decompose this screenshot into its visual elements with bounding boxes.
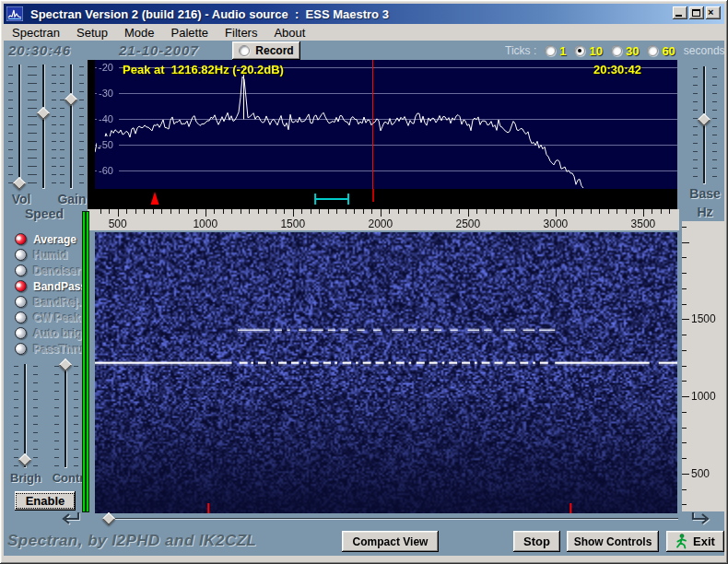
filter-label-humid: Humid — [33, 249, 67, 262]
waterfall-frequency-ruler — [682, 221, 724, 511]
brightness-label: Brigh — [7, 471, 44, 485]
maximize-icon — [692, 9, 700, 17]
minimize-button[interactable] — [673, 6, 687, 19]
running-man-icon — [675, 534, 687, 549]
bandpass-led-indicator — [15, 280, 27, 292]
spectrum-left-margin — [88, 60, 95, 189]
show-controls-button[interactable]: Show Controls — [567, 531, 659, 552]
filter-row-bandpass[interactable]: BandPass — [15, 278, 87, 294]
contrast-slider[interactable] — [54, 364, 78, 468]
close-button[interactable]: × — [706, 6, 721, 19]
ticks-group: Ticks : 1103060 seconds — [505, 43, 725, 58]
base-slider[interactable] — [693, 66, 717, 184]
ticks-label: Ticks : — [505, 44, 536, 57]
waterfall-canvas[interactable] — [95, 232, 677, 513]
ticks-option-1: 1 — [545, 44, 566, 58]
filter-row-passthru[interactable]: PassThru — [15, 341, 87, 357]
record-radio-icon — [239, 45, 250, 56]
denoiser-led-indicator — [15, 264, 27, 276]
slider-thumb[interactable] — [698, 113, 710, 126]
stop-button[interactable]: Stop — [513, 531, 560, 552]
app-window: Spectran Version 2 (build 216) - Audio s… — [0, 0, 728, 564]
title-bar[interactable]: Spectran Version 2 (build 216) - Audio s… — [4, 4, 724, 24]
filter-row-average[interactable]: Average — [15, 231, 87, 247]
close-icon: × — [708, 6, 713, 18]
brightness-slider[interactable] — [14, 364, 38, 468]
scroll-left-icon[interactable] — [58, 509, 82, 525]
maximize-button[interactable] — [689, 6, 704, 19]
filter-label-average: Average — [33, 233, 76, 246]
window-title: Spectran Version 2 (build 216) - Audio s… — [30, 7, 389, 21]
average-led-indicator — [15, 233, 27, 245]
filter-label-bandrej: BandRej. — [33, 296, 81, 309]
spectrum-canvas[interactable] — [95, 60, 677, 189]
frequency-ruler — [88, 209, 679, 230]
compact-view-label: Compact View — [353, 535, 429, 548]
filter-list: AverageHumidDenoiserBandPassBandRej.CW P… — [15, 231, 87, 357]
slider-thumb[interactable] — [65, 93, 77, 106]
slider-thumb[interactable] — [13, 177, 26, 190]
filter-label-denoiser: Denoiser — [33, 264, 80, 277]
gain-label: Gain — [53, 192, 90, 206]
record-label: Record — [255, 44, 293, 57]
ticks-radio-60[interactable] — [647, 45, 658, 56]
humid-led-indicator — [15, 249, 27, 261]
filter-row-denoiser[interactable]: Denoiser — [15, 263, 87, 278]
gain-slider[interactable] — [60, 65, 84, 189]
level-bar — [82, 211, 89, 512]
vol-label: Vol — [6, 192, 37, 206]
speed-slider[interactable] — [32, 65, 56, 189]
passthru-led-indicator — [15, 343, 27, 355]
app-icon — [6, 6, 23, 21]
marker-strip-canvas[interactable] — [88, 189, 677, 209]
compact-view-button[interactable]: Compact View — [342, 531, 439, 552]
ticks-radio-label-10: 10 — [589, 44, 602, 58]
scroll-right-icon[interactable] — [689, 509, 713, 525]
menu-item-mode[interactable]: Mode — [116, 25, 163, 41]
exit-button[interactable]: Exit — [666, 531, 724, 552]
ticks-radio-10[interactable] — [574, 45, 585, 56]
ticks-radio-1[interactable] — [545, 45, 556, 56]
stop-label: Stop — [523, 535, 550, 548]
menu-item-spectran[interactable]: Spectran — [4, 25, 68, 41]
current-time: 20:30:46 — [8, 42, 71, 58]
filter-row-cw-peak[interactable]: CW Peak — [15, 310, 87, 325]
menu-item-palette[interactable]: Palette — [163, 25, 217, 41]
menu-bar: SpectranSetupModePaletteFiltersAbout — [4, 24, 724, 41]
menu-item-filters[interactable]: Filters — [217, 25, 265, 41]
menu-item-about[interactable]: About — [265, 25, 313, 41]
ticks-radio-label-60: 60 — [662, 44, 675, 58]
base-label: Base — [686, 186, 724, 201]
spectrum-clock: 20:30:42 — [593, 63, 641, 76]
ticks-radio-30[interactable] — [611, 45, 622, 56]
exit-label: Exit — [693, 535, 715, 548]
filter-row-auto-brig[interactable]: Auto brig. — [15, 325, 87, 341]
hz-unit-label: Hz — [686, 205, 724, 219]
filter-label-auto-brig: Auto brig. — [33, 327, 86, 340]
filter-label-cw-peak: CW Peak — [33, 311, 80, 324]
minimize-icon — [675, 15, 682, 17]
waterfall-scrollbar[interactable] — [97, 511, 684, 526]
ticks-option-10: 10 — [574, 44, 602, 58]
filter-row-bandrej[interactable]: BandRej. — [15, 294, 87, 310]
ticks-option-60: 60 — [647, 44, 675, 58]
speed-label: Speed — [18, 206, 70, 221]
slider-thumb[interactable] — [18, 453, 31, 466]
auto-brig-led-indicator — [15, 327, 27, 339]
enable-button[interactable]: Enable — [15, 491, 76, 511]
filter-label-bandpass: BandPass — [33, 280, 87, 293]
enable-label: Enable — [16, 493, 76, 509]
filter-label-passthru: PassThru — [33, 343, 84, 356]
vol-slider[interactable] — [8, 65, 32, 189]
menu-item-setup[interactable]: Setup — [68, 25, 116, 41]
scroll-thumb[interactable] — [102, 512, 115, 525]
seconds-label: seconds — [684, 44, 725, 57]
current-date: 21-10-2007 — [119, 42, 199, 58]
record-button[interactable]: Record — [232, 41, 300, 60]
slider-thumb[interactable] — [37, 107, 50, 120]
filter-row-humid[interactable]: Humid — [15, 247, 87, 263]
credit-text: Spectran, by I2PHD and IK2CZL — [7, 532, 257, 550]
bandrej-led-indicator — [15, 296, 27, 308]
ticks-options: 1103060 — [545, 43, 675, 58]
peak-readout: Peak at 1216.82Hz (-20.2dB) — [123, 63, 284, 76]
